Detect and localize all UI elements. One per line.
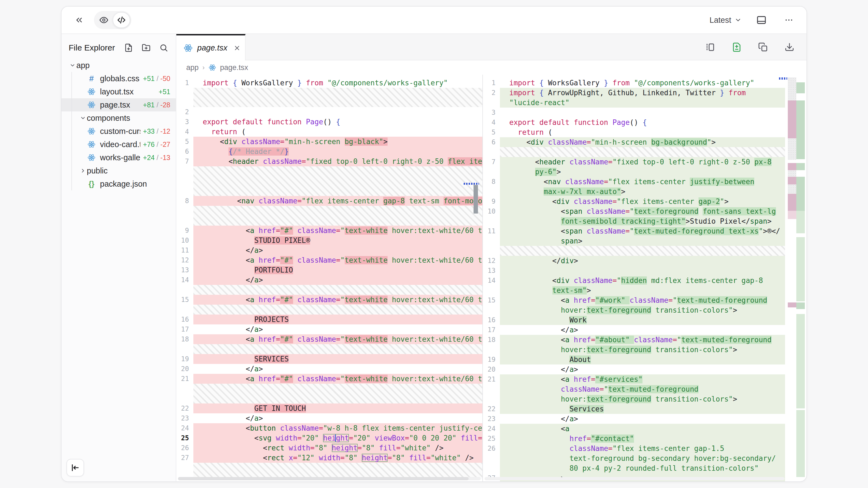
code-line[interactable]: 6 <div className="min-h-screen bg-backgr… — [483, 137, 785, 147]
download-button[interactable] — [782, 39, 797, 55]
code-line[interactable]: 25 href="#contact" — [483, 434, 785, 444]
code-line[interactable]: 20 </a> — [483, 364, 785, 375]
code-line[interactable]: text-foreground bg-secondary hover:bg-se… — [483, 453, 785, 463]
code-line[interactable]: 1import { WorksGallery } from "@/compone… — [176, 78, 482, 88]
minimap-block — [788, 77, 796, 100]
code-line[interactable]: className="text-muted-foreground — [483, 384, 785, 394]
copy-button[interactable] — [755, 39, 771, 55]
code-line[interactable]: 21 <a href="#" className="text-white hov… — [176, 374, 482, 384]
tab-close-icon[interactable] — [234, 44, 241, 52]
folder-item-components[interactable]: components — [62, 111, 176, 125]
collapse-sidebar-button[interactable] — [66, 459, 84, 477]
code-line[interactable]: 13 — [483, 266, 785, 275]
code-line[interactable]: 4export default function Page() { — [483, 118, 785, 127]
code-line[interactable]: hover:text-foreground transition-colors"… — [483, 305, 785, 315]
code-line[interactable]: 2import { ArrowUpRight, Github, Linkedin… — [483, 88, 785, 98]
code-line[interactable]: 15 <a href="#work" className="text-muted… — [483, 295, 785, 305]
file-item-works-galler[interactable]: works-galler…+24 / -13 — [62, 151, 176, 164]
file-item-page.tsx[interactable]: page.tsx+81 / -28 — [62, 98, 176, 111]
code-line[interactable]: 18 <a href="#about" className="text-mute… — [483, 335, 785, 345]
code-line[interactable]: 20 </a> — [176, 364, 482, 374]
code-line[interactable]: 7 <header className="fixed top-0 left-0 … — [176, 157, 482, 166]
code-line[interactable]: 25 <svg width="20" height="20" viewBox="… — [176, 433, 482, 443]
code-line[interactable]: 11 </a> — [176, 246, 482, 255]
preview-toggle[interactable] — [95, 12, 113, 28]
code-line[interactable]: 22 Services — [483, 404, 785, 414]
tab-page-tsx[interactable]: page.tsx — [176, 34, 246, 60]
code-line[interactable]: 12 </div> — [483, 256, 785, 266]
code-line[interactable]: 8 <nav className="flex items-center gap-… — [176, 196, 482, 206]
new-file-button[interactable] — [123, 42, 134, 53]
horizontal-scrollbar[interactable] — [178, 477, 481, 480]
code-line[interactable]: 8 <nav className="flex items-center just… — [483, 177, 785, 187]
new-folder-button[interactable] — [141, 42, 152, 53]
code-line[interactable]: span> — [483, 236, 785, 246]
code-line[interactable]: 18 <a href="#" className="text-white hov… — [176, 334, 482, 344]
folder-item-app[interactable]: app — [62, 59, 176, 72]
code-line[interactable]: "lucide-react" — [483, 98, 785, 107]
code-line[interactable]: 14 </a> — [176, 275, 482, 285]
collapse-panel-button[interactable] — [71, 12, 87, 28]
code-toggle[interactable] — [113, 12, 130, 28]
code-line[interactable]: 9 <div className="flex items-center gap-… — [483, 197, 785, 206]
breadcrumb-root[interactable]: app — [186, 63, 198, 72]
file-item-video-card.tsx[interactable]: video-card.tsx+76 / -27 — [62, 138, 176, 151]
code-line[interactable]: 6 {/* Header */} — [176, 147, 482, 157]
code-line[interactable]: 1import { WorksGallery } from "@/compone… — [483, 78, 785, 88]
split-view-button[interactable] — [703, 39, 718, 55]
code-line[interactable]: 5 <div className="min-h-screen bg-black"… — [176, 137, 482, 147]
browser-panel-button[interactable] — [754, 12, 769, 28]
code-line[interactable]: 27 <rect x="12" width="8" height="8" fil… — [176, 453, 482, 463]
code-line[interactable]: 16 PROJECTS — [176, 315, 482, 324]
code-line[interactable]: 10 <span className="text-foreground font… — [483, 206, 785, 216]
diff-counts: +51 / -50 — [141, 75, 170, 83]
code-line[interactable]: 19 SERVICES — [176, 354, 482, 364]
code-line[interactable]: 80 px-4 py-2 rounded-full transition-col… — [483, 463, 785, 473]
code-line[interactable]: 22 GET IN TOUCH — [176, 403, 482, 413]
code-line[interactable]: 9 <a href="#" className="text-white hove… — [176, 226, 482, 235]
file-item-custom-curs[interactable]: custom-curs…+33 / -12 — [62, 125, 176, 138]
search-files-button[interactable] — [158, 42, 169, 53]
code-line[interactable]: 7 <header className="fixed top-0 left-0 … — [483, 157, 785, 167]
code-line[interactable]: font-semibold tracking-tight">Studio Pix… — [483, 216, 785, 226]
breadcrumb-file[interactable]: page.tsx — [220, 63, 248, 72]
code-line[interactable]: 2 — [176, 107, 482, 117]
code-line[interactable]: hover:text-foreground transition-colors"… — [483, 345, 785, 355]
file-item-package.json[interactable]: {}package.json — [62, 177, 176, 191]
code-line[interactable]: 3export default function Page() { — [176, 117, 482, 127]
code-line[interactable]: hover:text-foreground transition-colors"… — [483, 394, 785, 404]
code-line[interactable]: 13 PORTFOLIO — [176, 265, 482, 275]
diff-view-button[interactable] — [729, 39, 744, 55]
code-line[interactable]: 21 <a href="#services" — [483, 375, 785, 384]
code-line[interactable]: 19 About — [483, 355, 785, 364]
code-line[interactable]: 24 <a — [483, 424, 785, 434]
code-line[interactable]: 26 className="flex items-center gap-1.5 — [483, 444, 785, 453]
code-line[interactable]: 10 STUDIO PIXEL® — [176, 235, 482, 246]
code-line[interactable]: py-6"> — [483, 167, 785, 177]
code-line[interactable]: 23 </a> — [176, 413, 482, 423]
code-line[interactable]: 14 <div className="hidden md:flex items-… — [483, 275, 785, 286]
horizontal-scrollbar[interactable] — [485, 477, 784, 480]
code-line[interactable]: max-w-7xl mx-auto"> — [483, 187, 785, 197]
code-line[interactable]: 3 — [483, 107, 785, 118]
code-line[interactable]: 16 Work — [483, 315, 785, 325]
code-line[interactable]: 24 <button className="w-8 h-8 flex items… — [176, 423, 482, 433]
minimap[interactable] — [787, 76, 805, 476]
version-selector[interactable]: Latest — [710, 15, 742, 25]
code-line[interactable]: 17 </a> — [483, 325, 785, 335]
code-line[interactable]: 11 <span className="text-muted-foregroun… — [483, 226, 785, 236]
code-line[interactable]: text-sm"> — [483, 286, 785, 295]
code-line[interactable]: 23 </a> — [483, 414, 785, 424]
vertical-scrollbar-thumb[interactable] — [473, 185, 478, 214]
code-line[interactable]: 5 return ( — [483, 127, 785, 137]
folder-item-public[interactable]: public — [62, 164, 176, 177]
code-line[interactable]: 26 <rect width="8" height="8" fill="whit… — [176, 443, 482, 453]
code-line[interactable]: 15 <a href="#" className="text-white hov… — [176, 295, 482, 305]
file-item-layout.tsx[interactable]: layout.tsx+51 — [62, 85, 176, 98]
file-item-globals.css[interactable]: #globals.css+51 / -50 — [62, 72, 176, 85]
code-line[interactable]: 12 <a href="#" className="text-white hov… — [176, 255, 482, 265]
code-line[interactable]: 17 </a> — [176, 324, 482, 334]
code-line[interactable]: 4 return ( — [176, 127, 482, 137]
more-menu-button[interactable] — [781, 12, 797, 28]
line-number: 3 — [483, 107, 500, 118]
